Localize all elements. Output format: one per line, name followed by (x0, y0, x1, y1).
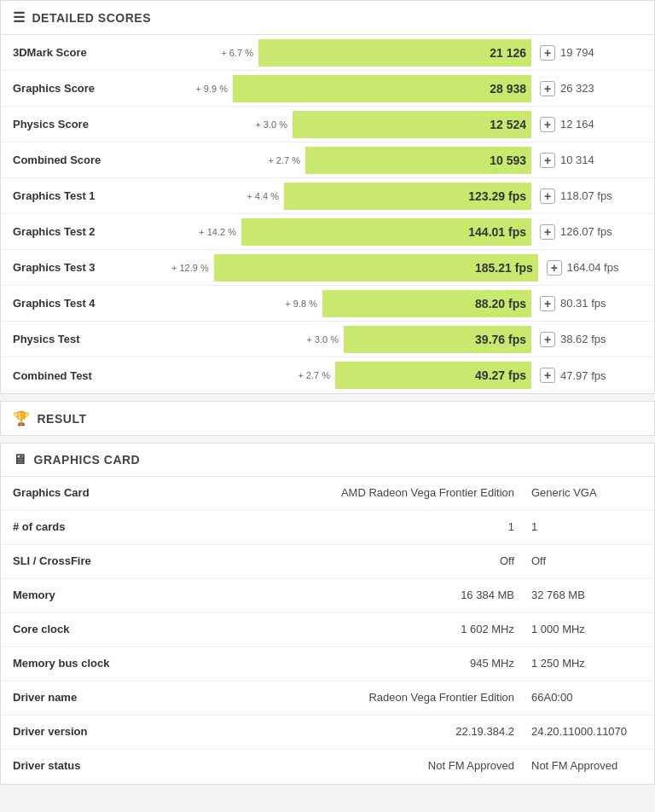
expand-icon[interactable]: + (540, 81, 555, 96)
pct-label: + 14.2 % (199, 227, 236, 237)
score-value-compare: 38.62 fps (560, 333, 654, 345)
score-value-main: 12 524 (490, 118, 526, 131)
info-row: Memory 16 384 MB 32 768 MB (1, 579, 654, 613)
score-bar: 28 938 (233, 75, 531, 102)
pct-label: + 4.4 % (246, 191, 279, 201)
info-val2: 24.20.11000.11070 (531, 725, 642, 738)
score-row: Graphics Test 2 + 14.2 % 144.01 fps + 12… (1, 214, 654, 250)
score-bar: 10 593 (305, 147, 531, 174)
score-value-main: 185.21 fps (475, 261, 533, 275)
info-val1: AMD Radeon Vega Frontier Edition (183, 486, 531, 499)
pct-label: + 6.7 % (221, 48, 253, 58)
info-label: Memory bus clock (1, 647, 171, 679)
info-val2: 1 000 MHz (531, 623, 642, 635)
info-row: # of cards 1 1 (1, 511, 654, 545)
info-val1: 1 602 MHz (183, 623, 531, 635)
graphics-card-section: 🖥 GRAPHICS CARD Graphics Card AMD Radeon… (0, 443, 655, 785)
pct-label: + 9.9 % (195, 84, 228, 94)
info-val2: 1 250 MHz (531, 657, 642, 670)
info-row: Driver version 22.19.384.2 24.20.11000.1… (1, 716, 654, 750)
score-row: Physics Test + 3.0 % 39.76 fps + 38.62 f… (1, 322, 654, 357)
score-value-compare: 118.07 fps (560, 189, 654, 202)
score-label: Graphics Test 4 (1, 288, 171, 318)
score-value-compare: 19 794 (560, 46, 654, 59)
info-val1: Off (183, 554, 531, 567)
score-bar: 49.27 fps (335, 362, 531, 389)
info-values: AMD Radeon Vega Frontier Edition Generic… (171, 477, 654, 508)
score-bar-container: + 12.9 % 185.21 fps (171, 254, 542, 281)
expand-icon[interactable]: + (540, 117, 555, 132)
score-bar: 123.29 fps (284, 183, 531, 210)
expand-icon[interactable]: + (540, 188, 555, 204)
score-bar-wrapper: + 6.7 % 21 126 (171, 39, 531, 67)
score-bar-container: + 9.8 % 88.20 fps (171, 290, 535, 317)
score-value-compare: 12 164 (560, 118, 654, 130)
info-val1: 22.19.384.2 (183, 725, 531, 738)
score-value-main: 21 126 (490, 46, 526, 60)
graphics-card-header: 🖥 GRAPHICS CARD (1, 444, 654, 477)
score-label: Combined Test (1, 361, 171, 391)
score-bar-container: + 6.7 % 21 126 (171, 39, 535, 67)
score-label: Physics Score (1, 109, 171, 139)
info-values: 22.19.384.2 24.20.11000.11070 (171, 716, 654, 747)
score-value-compare: 80.31 fps (560, 297, 654, 310)
score-bar-container: + 3.0 % 12 524 (171, 111, 535, 138)
score-row: Combined Score + 2.7 % 10 593 + 10 314 (1, 142, 654, 178)
score-value-compare: 26 323 (560, 82, 654, 95)
score-bar: 12 524 (293, 111, 531, 138)
info-label: Memory (1, 579, 171, 611)
info-label: Driver status (1, 750, 171, 781)
result-header: 🏆 RESULT (13, 410, 642, 426)
score-value-main: 144.01 fps (468, 225, 526, 239)
score-row: Graphics Test 4 + 9.8 % 88.20 fps + 80.3… (1, 286, 654, 322)
info-label: Driver name (1, 682, 171, 713)
info-val1: 945 MHz (183, 657, 531, 670)
info-label: Driver version (1, 716, 171, 747)
score-bar-container: + 3.0 % 39.76 fps (171, 326, 535, 353)
score-value-compare: 47.97 fps (560, 369, 654, 382)
detailed-scores-section: ☰ DETAILED SCORES 3DMark Score + 6.7 % 2… (0, 0, 655, 394)
score-value-main: 10 593 (490, 154, 526, 167)
menu-icon: ☰ (13, 9, 26, 26)
expand-icon[interactable]: + (540, 332, 555, 347)
score-label: Combined Score (1, 145, 171, 175)
pct-label: + 2.7 % (298, 370, 330, 380)
score-bar-wrapper: + 2.7 % 49.27 fps (171, 362, 531, 389)
info-label: Core clock (1, 613, 171, 645)
expand-icon[interactable]: + (540, 153, 555, 168)
score-bar-container: + 2.7 % 49.27 fps (171, 362, 535, 389)
pct-label: + 3.0 % (306, 334, 339, 345)
info-val2: Off (531, 554, 642, 567)
info-val1: 1 (183, 520, 531, 533)
expand-icon[interactable]: + (540, 368, 555, 383)
info-values: Off Off (171, 545, 654, 577)
score-value-main: 39.76 fps (475, 333, 526, 346)
info-row: Core clock 1 602 MHz 1 000 MHz (1, 613, 654, 647)
expand-icon[interactable]: + (547, 260, 562, 276)
score-bar-wrapper: + 3.0 % 39.76 fps (171, 326, 531, 353)
info-val2: 1 (531, 520, 642, 533)
score-bar-container: + 2.7 % 10 593 (171, 147, 535, 174)
score-bar-container: + 4.4 % 123.29 fps (171, 183, 535, 210)
pct-label: + 12.9 % (171, 263, 209, 273)
result-title: RESULT (38, 412, 87, 426)
info-label: # of cards (1, 511, 171, 542)
expand-icon[interactable]: + (540, 45, 555, 61)
score-row: Graphics Test 1 + 4.4 % 123.29 fps + 118… (1, 178, 654, 214)
score-row: Graphics Score + 9.9 % 28 938 + 26 323 (1, 71, 654, 107)
info-val1: Not FM Approved (183, 759, 531, 772)
trophy-icon: 🏆 (13, 410, 31, 426)
score-bar-wrapper: + 9.8 % 88.20 fps (171, 290, 531, 317)
score-value-compare: 10 314 (560, 154, 654, 166)
expand-icon[interactable]: + (540, 296, 555, 311)
score-bar-wrapper: + 3.0 % 12 524 (171, 111, 531, 138)
pct-label: + 3.0 % (255, 119, 287, 130)
info-label: SLI / CrossFire (1, 545, 171, 577)
score-row: Graphics Test 3 + 12.9 % 185.21 fps + 16… (1, 250, 654, 286)
monitor-icon: 🖥 (13, 452, 27, 467)
score-bar-wrapper: + 9.9 % 28 938 (171, 75, 531, 102)
score-value-main: 49.27 fps (475, 368, 526, 382)
expand-icon[interactable]: + (540, 224, 555, 240)
info-val1: Radeon Vega Frontier Edition (183, 691, 531, 704)
pct-label: + 2.7 % (268, 155, 300, 165)
